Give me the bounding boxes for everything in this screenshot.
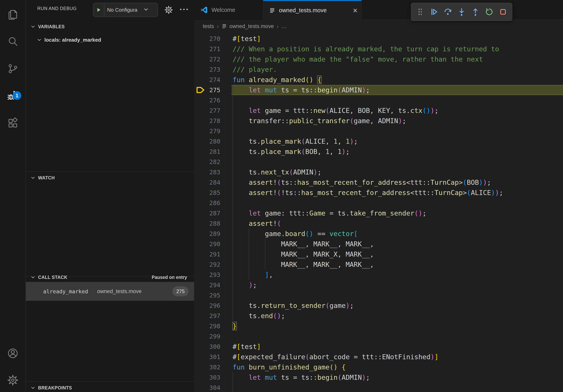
line-number[interactable]: 271 [194,44,220,54]
line-number[interactable]: 296 [194,301,220,311]
tab-label: owned_tests.move [279,7,327,14]
line-number[interactable]: 283 [194,167,220,177]
line-number[interactable]: 286 [194,198,220,208]
settings-gear-icon[interactable] [0,368,26,392]
line-number[interactable]: 295 [194,290,220,301]
restart-button[interactable] [484,6,495,18]
debug-badge: 1 [13,91,21,100]
code-line: 281 ts.place_mark(BOB, 1, 1); [194,146,563,157]
code-line-text: #[test] [232,34,261,44]
line-number[interactable]: 294 [194,280,220,290]
line-number[interactable]: 273 [194,64,220,75]
code-line-text: let mut ts = ts::begin(ADMIN); [232,372,370,382]
line-number[interactable]: 288 [194,218,220,229]
line-number[interactable]: 298 [194,321,220,331]
tab-owned-tests-move[interactable]: owned_tests.move × [263,0,362,20]
breadcrumb-folder[interactable]: tests [203,23,214,29]
more-actions-icon[interactable] [180,9,188,10]
extensions-icon[interactable] [0,111,26,135]
line-number[interactable]: 270 [194,34,220,44]
code-line: 288 assert!( [194,218,563,229]
chevron-down-icon [30,24,36,29]
explorer-icon[interactable] [0,2,26,26]
watch-section-header[interactable]: WATCH [26,173,194,182]
code-line: 297 ts.end(); [194,311,563,321]
divider [26,381,194,382]
code-region: 270#[test]271/// When a position is alre… [194,33,563,392]
step-over-button[interactable] [442,6,454,18]
code-line-text: ts.return_to_sender(game); [232,301,354,311]
call-stack-frame-row[interactable]: already_marked owned_tests.move 275 [26,282,194,301]
chevron-right-icon: › [277,23,279,30]
line-number[interactable]: 301 [194,352,220,362]
start-debugging-button[interactable] [93,7,104,13]
line-number[interactable]: 287 [194,208,220,218]
line-number[interactable]: 292 [194,259,220,270]
line-number[interactable]: 299 [194,331,220,341]
source-control-icon[interactable] [0,57,26,80]
line-number[interactable]: 302 [194,362,220,372]
line-number[interactable]: 282 [194,157,220,167]
config-dropdown[interactable]: No Configura [104,7,143,13]
code-line: 292 MARK__, MARK__, MARK__, [194,259,563,270]
locals-scope-row[interactable]: locals: already_marked [26,35,194,45]
code-line: 273/// player. [194,64,563,75]
code-line: 283 ts.next_tx(ADMIN); [194,167,563,177]
stop-button[interactable] [497,6,509,18]
code-line: 302fun burn_unfinished_game() { [194,362,563,372]
variables-label: VARIABLES [38,24,65,29]
line-number[interactable]: 300 [194,341,220,352]
code-line: 287 let game: ttt::Game = ts.take_from_s… [194,208,563,218]
breadcrumb-symbol[interactable]: … [281,23,287,29]
breakpoints-section-header[interactable]: BREAKPOINTS [26,383,194,392]
code-line: 298} [194,321,563,331]
paused-status: Paused on entry [152,275,187,280]
line-number[interactable]: 277 [194,105,220,116]
debug-config-control[interactable]: No Configura [93,3,158,17]
line-number[interactable]: 280 [194,136,220,146]
search-icon[interactable] [0,30,26,53]
line-number[interactable]: 276 [194,95,220,105]
line-number[interactable]: 304 [194,382,220,392]
chevron-down-icon [143,7,149,13]
code-line-text: ], [232,270,273,280]
code-line-text: ts.place_mark(BOB, 1, 1); [232,146,350,157]
line-number[interactable]: 290 [194,239,220,249]
activity-bar: 1 [0,0,26,392]
code-line-text: assert!(!ts::has_most_recent_for_address… [232,187,503,198]
drag-grip-icon[interactable] [414,6,426,18]
code-line: 300#[test] [194,341,563,352]
call-stack-section-header[interactable]: CALL STACK Paused on entry [26,273,194,282]
close-icon[interactable]: × [353,7,358,14]
code-line: 275 let mut ts = ts::begin(ADMIN); [194,85,563,95]
breadcrumb-file[interactable]: owned_tests.move [230,23,274,29]
code-line: 299 [194,331,563,341]
line-number[interactable]: 291 [194,249,220,259]
line-number[interactable]: 285 [194,187,220,198]
step-out-button[interactable] [470,6,481,18]
line-number[interactable]: 297 [194,311,220,321]
line-number[interactable]: 303 [194,372,220,382]
tab-welcome[interactable]: Welcome [194,0,263,20]
line-number[interactable]: 284 [194,177,220,187]
code-line-text: ts.next_tx(ADMIN); [232,167,321,177]
debug-settings-gear-icon[interactable] [164,5,173,15]
line-number[interactable]: 279 [194,126,220,136]
vscode-logo-icon [200,6,208,14]
run-and-debug-sidebar: RUN AND DEBUG No Configura VARIABLES loc… [26,0,194,392]
step-into-button[interactable] [456,6,467,18]
chevron-down-icon [30,175,36,181]
line-number[interactable]: 281 [194,146,220,157]
variables-section-header[interactable]: VARIABLES [26,22,194,31]
continue-button[interactable] [428,6,440,18]
sidebar-title: RUN AND DEBUG [37,6,77,11]
line-number[interactable]: 278 [194,116,220,126]
line-number[interactable]: 293 [194,270,220,280]
code-line: 280 ts.place_mark(ALICE, 1, 1); [194,136,563,146]
line-number[interactable]: 272 [194,54,220,64]
line-number[interactable]: 289 [194,229,220,239]
code-line-text: let game: ttt::Game = ts.take_from_sende… [232,208,426,218]
line-number[interactable]: 274 [194,75,220,85]
run-and-debug-icon[interactable]: 1 [0,84,26,108]
account-icon[interactable] [0,341,26,365]
